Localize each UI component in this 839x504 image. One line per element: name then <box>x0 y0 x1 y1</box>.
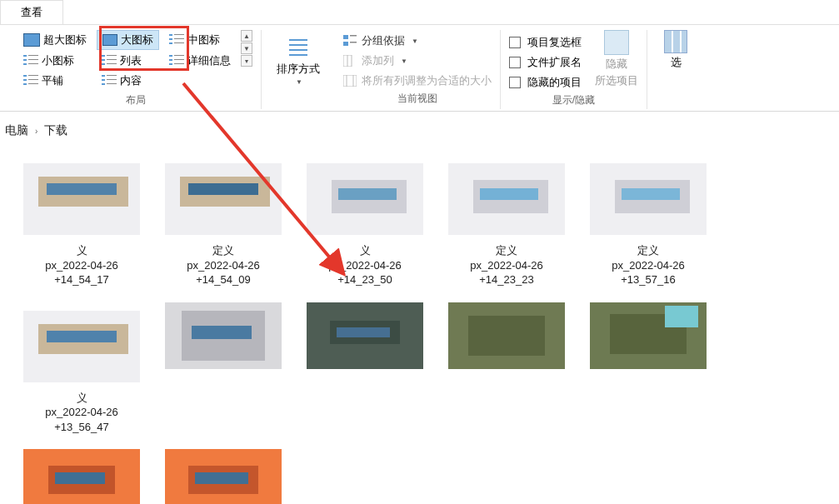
file-item[interactable] <box>165 449 282 504</box>
item-checkboxes-toggle[interactable]: 项目复选框 <box>509 35 582 50</box>
layout-content[interactable]: 内容 <box>97 72 159 90</box>
content-icon <box>102 75 117 87</box>
file-item[interactable] <box>23 449 140 504</box>
ribbon-group-sort: 排序方式 ▼ <box>262 30 335 109</box>
details-icon <box>169 55 184 67</box>
svg-rect-6 <box>343 42 348 46</box>
file-thumbnail <box>165 449 282 504</box>
file-title: 义 <box>45 391 117 406</box>
layout-list[interactable]: 列表 <box>97 52 159 70</box>
layout-spin-down[interactable]: ▼ <box>241 42 252 54</box>
layout-spin: ▲ ▼ ▾ <box>241 30 252 67</box>
add-column-button[interactable]: 添加列 ▼ <box>343 53 492 68</box>
hide-selected-label-1: 隐藏 <box>606 57 627 72</box>
checkbox-icon <box>509 57 521 68</box>
file-title: 定义 <box>470 243 542 258</box>
file-title: 定义 <box>612 243 684 258</box>
checkboxes-label: 项目复选框 <box>527 35 582 50</box>
tab-view[interactable]: 查看 <box>0 0 63 24</box>
breadcrumb[interactable]: 电脑 › 下载 <box>0 112 839 150</box>
svg-rect-10 <box>343 75 357 87</box>
autofit-icon <box>343 75 357 87</box>
file-time: +14_54_17 <box>45 272 117 287</box>
layout-label: 详细信息 <box>187 53 231 68</box>
file-item[interactable]: 定义 px_2022-04-26 +13_57_16 <box>590 155 707 287</box>
file-item[interactable] <box>590 302 707 435</box>
hidden-items-label: 隐藏的项目 <box>527 75 582 90</box>
file-time: +14_23_50 <box>328 272 401 287</box>
file-item[interactable] <box>165 302 282 435</box>
ribbon-group-label: 显示/隐藏 <box>552 93 595 107</box>
layout-details[interactable]: 详细信息 <box>164 52 236 70</box>
layout-extra-large-icons[interactable]: 超大图标 <box>18 30 92 50</box>
chevron-down-icon: ▼ <box>401 57 407 65</box>
file-item[interactable] <box>448 302 565 435</box>
layout-label: 中图标 <box>187 32 220 47</box>
options-icon <box>664 30 687 53</box>
file-thumbnail <box>165 155 282 238</box>
file-item[interactable] <box>307 302 423 435</box>
add-column-label: 添加列 <box>362 53 394 68</box>
layout-label: 列表 <box>120 53 142 68</box>
file-item[interactable]: 义 px_2022-04-26 +14_23_50 <box>307 155 423 287</box>
file-time: +13_56_47 <box>45 420 117 435</box>
group-by-icon <box>343 35 357 47</box>
file-thumbnail <box>590 155 707 238</box>
file-date: px_2022-04-26 <box>187 258 259 273</box>
list-icon <box>102 55 117 67</box>
layout-spin-up[interactable]: ▲ <box>241 30 252 42</box>
file-thumbnail <box>23 302 140 386</box>
chevron-down-icon: ▼ <box>296 78 302 86</box>
ribbon-group-label: 当前视图 <box>397 92 437 106</box>
file-thumbnail <box>307 155 423 238</box>
file-thumbnail <box>448 302 565 369</box>
hide-selected-button[interactable]: 隐藏 所选项目 <box>595 30 638 88</box>
layout-tiles[interactable]: 平铺 <box>18 72 92 90</box>
file-title: 定义 <box>187 243 259 258</box>
file-date: px_2022-04-26 <box>328 258 401 273</box>
file-item[interactable]: 义 px_2022-04-26 +14_54_17 <box>23 155 140 287</box>
ribbon-group-layout: 超大图标 大图标 中图标 小图标 列表 <box>10 30 262 109</box>
group-by-button[interactable]: 分组依据 ▼ <box>343 33 492 48</box>
file-thumbnail <box>23 155 140 238</box>
layout-small-icons[interactable]: 小图标 <box>18 52 92 70</box>
layout-spin-expand[interactable]: ▾ <box>241 55 252 67</box>
file-thumbnail <box>23 449 140 504</box>
file-title: 义 <box>45 243 117 258</box>
ribbon: 超大图标 大图标 中图标 小图标 列表 <box>0 25 839 112</box>
file-item[interactable]: 定义 px_2022-04-26 +14_23_23 <box>448 155 565 287</box>
checkbox-icon <box>509 77 521 88</box>
file-date: px_2022-04-26 <box>45 258 117 273</box>
file-title: 义 <box>328 243 401 258</box>
small-icons-icon <box>23 55 38 67</box>
file-thumbnail <box>165 302 282 369</box>
sort-by-button[interactable]: 排序方式 ▼ <box>270 30 327 89</box>
hidden-items-toggle[interactable]: 隐藏的项目 <box>509 75 582 90</box>
file-item[interactable]: 定义 px_2022-04-26 +14_54_09 <box>165 155 282 287</box>
autofit-label: 将所有列调整为合适的大小 <box>362 73 492 88</box>
options-button[interactable]: 选 <box>664 30 687 70</box>
breadcrumb-current[interactable]: 下载 <box>44 123 67 138</box>
add-column-icon <box>343 55 357 67</box>
layout-label: 大图标 <box>121 32 153 47</box>
file-time: +14_54_09 <box>187 272 259 287</box>
ribbon-tab-bar: 查看 <box>0 0 839 25</box>
file-icon-view: 义 px_2022-04-26 +14_54_17 定义 px_2022-04-… <box>0 150 839 504</box>
breadcrumb-root[interactable]: 电脑 <box>5 123 28 138</box>
layout-label: 内容 <box>120 73 142 88</box>
layout-label: 小图标 <box>42 53 74 68</box>
layout-large-icons[interactable]: 大图标 <box>97 30 159 50</box>
large-icons-icon <box>102 34 117 46</box>
svg-rect-4 <box>343 35 348 39</box>
file-date: px_2022-04-26 <box>612 258 684 273</box>
layout-label: 平铺 <box>42 73 63 88</box>
checkbox-icon <box>509 37 521 48</box>
file-thumbnail <box>590 302 707 369</box>
layout-medium-icons[interactable]: 中图标 <box>164 30 236 50</box>
svg-rect-7 <box>350 42 357 43</box>
ribbon-group-current-view: 分组依据 ▼ 添加列 ▼ 将所有列调整为合适的大小 <box>335 30 501 109</box>
options-label: 选 <box>671 55 682 70</box>
autofit-columns-button[interactable]: 将所有列调整为合适的大小 <box>343 73 492 88</box>
file-item[interactable]: 义 px_2022-04-26 +13_56_47 <box>23 302 140 435</box>
file-extensions-toggle[interactable]: 文件扩展名 <box>509 55 582 70</box>
